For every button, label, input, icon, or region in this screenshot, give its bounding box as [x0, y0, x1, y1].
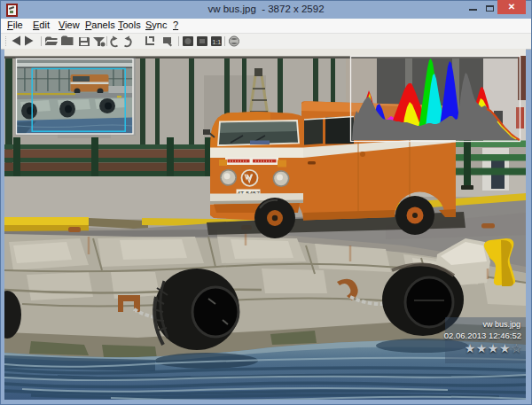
svg-text:1:1: 1:1: [213, 39, 222, 45]
